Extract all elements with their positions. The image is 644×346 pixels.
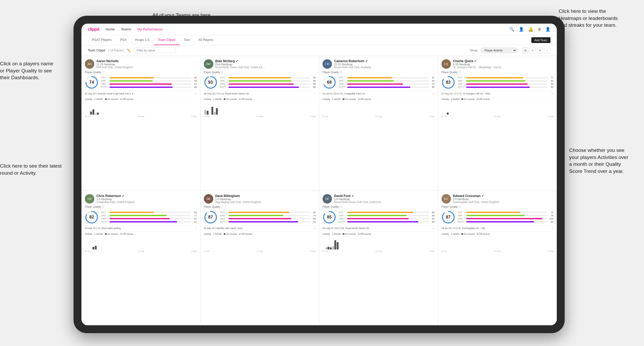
- stat-row: OTT 84: [220, 76, 316, 79]
- player-avatar: DF: [323, 194, 332, 204]
- player-name[interactable]: Chris Robertson ✓: [96, 194, 197, 198]
- sort-icon[interactable]: ↕: [544, 47, 550, 54]
- player-name[interactable]: Blair McHarg ✓: [215, 59, 316, 63]
- nav-teams[interactable]: Teams: [121, 27, 131, 31]
- tab-all-players[interactable]: All Players: [194, 35, 217, 45]
- quality-circle[interactable]: 93: [204, 76, 217, 89]
- team-edit-icon[interactable]: ✏️: [127, 49, 131, 52]
- quality-section[interactable]: 82 OTT 60 APP 77: [85, 210, 197, 224]
- stat-label-arg: ARG: [220, 217, 227, 220]
- team-search-input[interactable]: [134, 47, 176, 53]
- player-name[interactable]: David Ford ✓: [334, 194, 435, 198]
- quality-circle[interactable]: 74: [85, 76, 98, 89]
- search-icon[interactable]: 🔍: [509, 27, 515, 32]
- recent-round-arrow[interactable]: →: [313, 92, 316, 95]
- recent-round-arrow[interactable]: →: [551, 92, 553, 95]
- on-course-legend: On course: [224, 233, 237, 235]
- quality-circle[interactable]: 87: [442, 210, 455, 224]
- stat-bar-wrap: [347, 80, 429, 82]
- recent-round-arrow[interactable]: →: [194, 227, 197, 230]
- recent-round-text: 02 Jul 23 | 59 (+17), Craigmillar Park G…: [323, 92, 365, 95]
- quality-section[interactable]: 85 OTT 89 APP 80: [323, 210, 435, 224]
- recent-round-arrow[interactable]: →: [432, 92, 435, 95]
- recent-round[interactable]: 26 Aug 23 | 73 (+1), Royal North Devon G…: [204, 91, 316, 95]
- player-card[interactable]: DB Dave Billingham 1-5 Handicap Sog Magi…: [200, 191, 319, 326]
- recent-round[interactable]: 04 Sep 23 | Mobility with coach, Gym →: [204, 226, 316, 230]
- stat-label-arg: ARG: [339, 83, 346, 85]
- quality-section[interactable]: 87 OTT 82 APP 74: [204, 210, 316, 224]
- stat-label-arg: ARG: [220, 83, 227, 85]
- avatar-icon[interactable]: 👤: [545, 27, 550, 32]
- recent-round[interactable]: 03 Mar 23 | 19, Must make putting →: [85, 226, 197, 230]
- stat-row: OTT 60: [101, 76, 197, 79]
- quality-circle[interactable]: 82: [85, 210, 98, 224]
- filter-icon[interactable]: ▼: [537, 47, 543, 54]
- stat-val-ott: 60: [192, 211, 197, 214]
- quality-section[interactable]: 68 OTT 61 APP 63: [323, 76, 435, 89]
- tab-pga[interactable]: PGA: [116, 35, 131, 45]
- tab-tour[interactable]: Tour: [180, 35, 194, 45]
- quality-section[interactable]: 74 OTT 60 APP 58: [85, 76, 197, 89]
- quality-circle[interactable]: 83: [442, 76, 455, 89]
- player-card[interactable]: CR Cameron Robertson ✓ 11-15 Handicap Ro…: [319, 56, 438, 191]
- stat-bar-wrap: [228, 218, 310, 219]
- stat-bar-wrap: [466, 215, 548, 216]
- quality-section[interactable]: 87 OTT 73 APP 79: [442, 210, 554, 224]
- player-card[interactable]: EC Edward Crossman ✓ 1-5 Handicap Sunnin…: [438, 191, 557, 326]
- stat-row: PUTT 85: [339, 86, 435, 88]
- recent-round-arrow[interactable]: →: [551, 227, 553, 230]
- recent-round[interactable]: 18 Jul 23 | 74 (+4), Sunningdale GC - Ol…: [442, 226, 554, 230]
- activity-label: Activity · 1 Month On course Off course: [85, 233, 197, 235]
- player-name[interactable]: Aaron Nicholls: [96, 59, 197, 63]
- recent-round[interactable]: 02 Jul 23 | 59 (+17), Craigmillar Park G…: [323, 91, 435, 95]
- activity-period: Activity · 1 Month: [323, 98, 341, 100]
- settings-icon[interactable]: ⊕: [538, 27, 541, 32]
- recent-round[interactable]: 26 Aug 23 | 84 (+12), Royal North Devon …: [323, 226, 435, 230]
- quality-circle[interactable]: 68: [323, 76, 336, 89]
- player-name[interactable]: Cameron Robertson ✓: [334, 59, 435, 63]
- player-name[interactable]: Charlie Quick ✓: [453, 59, 554, 63]
- show-select[interactable]: Player Activity Quality Score Trend: [481, 47, 517, 53]
- recent-round[interactable]: 07 Aug 23 | 77 (+7), St George's Hill GC…: [442, 91, 554, 95]
- tab-team-clippd[interactable]: Team Clippd: [154, 35, 180, 45]
- player-card[interactable]: CQ Charlie Quick ✓ 6-10 Handicap St. Geo…: [438, 56, 557, 191]
- stat-val-app: 79: [549, 214, 553, 217]
- recent-round[interactable]: 02 Sep 23 | Sunrise round to get back in…: [85, 91, 197, 95]
- add-team-button[interactable]: Add Team: [531, 37, 550, 43]
- team-title: Team Clippd: [88, 49, 105, 52]
- nav-home[interactable]: Home: [106, 27, 115, 31]
- stat-val-putt: 92: [549, 221, 553, 223]
- player-card[interactable]: BM Blair McHarg ✓ Plus Handicap Royal No…: [200, 56, 319, 191]
- stat-val-arg: 88: [311, 83, 316, 85]
- chart-date-3: 4 Sep: [310, 250, 316, 252]
- player-card[interactable]: AN Aaron Nicholls 11-15 Handicap Drift G…: [81, 56, 200, 191]
- activity-chart: [85, 102, 197, 115]
- profile-icon[interactable]: 👤: [519, 27, 524, 32]
- stat-row: ARG 83: [458, 83, 554, 85]
- stats-list: OTT 60 APP 58 ARG: [101, 76, 197, 88]
- tab-pgat[interactable]: PGAT Players: [88, 35, 116, 45]
- quality-section[interactable]: 83 OTT 77 APP 80: [442, 76, 554, 89]
- stat-row: PUTT 92: [458, 221, 554, 223]
- player-name[interactable]: Edward Crossman ✓: [453, 194, 554, 198]
- grid-view-icon[interactable]: ⊞: [522, 47, 528, 54]
- stat-bar-arg: [110, 83, 172, 85]
- tab-hcaps[interactable]: Hcaps 1-5: [131, 35, 154, 45]
- stat-row: APP 85: [220, 79, 316, 82]
- player-card[interactable]: DF David Ford ✓ 1-5 Handicap Royal North…: [319, 191, 438, 326]
- quality-circle[interactable]: 85: [323, 210, 336, 224]
- notifications-icon[interactable]: 🔔: [528, 27, 533, 32]
- stat-bar-ott: [466, 212, 520, 213]
- recent-round-arrow[interactable]: →: [194, 92, 197, 95]
- stat-row: ARG 103: [458, 217, 554, 220]
- player-name[interactable]: Dave Billingham: [215, 194, 316, 198]
- recent-round-arrow[interactable]: →: [432, 227, 435, 230]
- list-view-icon[interactable]: ≡: [529, 47, 536, 54]
- nav-my-performance[interactable]: My Performance: [137, 27, 162, 31]
- quality-circle[interactable]: 87: [204, 210, 217, 224]
- quality-section[interactable]: 93 OTT 84 APP 85: [204, 76, 316, 89]
- quality-label: Player Quality ⓘ: [204, 70, 316, 74]
- stat-bar-wrap: [347, 215, 429, 216]
- recent-round-arrow[interactable]: →: [313, 227, 316, 230]
- player-card[interactable]: CR Chris Robertson ✓ 1-5 Handicap Craigm…: [81, 191, 200, 326]
